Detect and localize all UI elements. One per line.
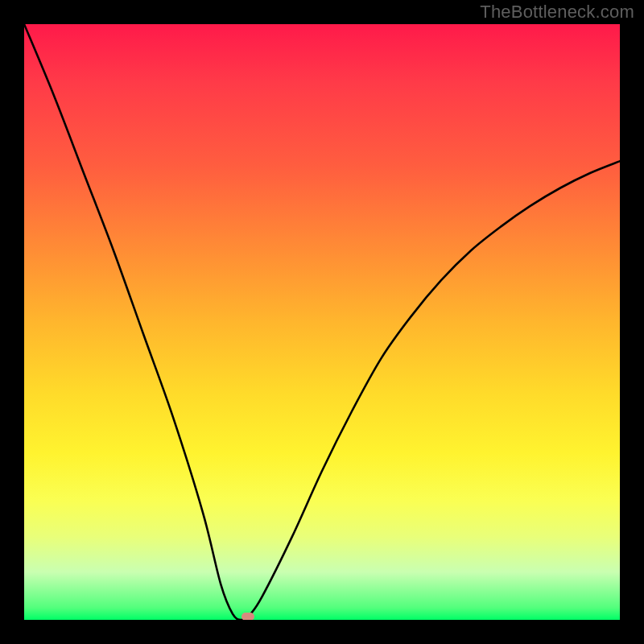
gradient-background [24,24,620,620]
chart-frame: TheBottleneck.com [0,0,644,644]
plot-area [24,24,620,620]
watermark-text: TheBottleneck.com [480,2,634,23]
optimal-point-marker [242,613,254,620]
